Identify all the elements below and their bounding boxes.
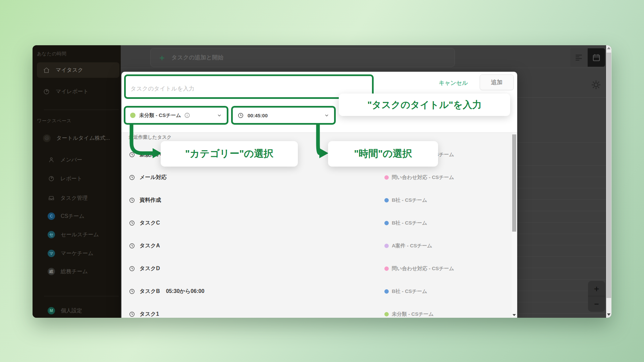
category-color-dot — [384, 289, 389, 294]
category-color-dot — [384, 312, 389, 316]
add-task-input[interactable]: ＋ タスクの追加と開始 — [150, 48, 455, 67]
sidebar-item-team-cs[interactable]: C CSチーム — [37, 209, 119, 223]
task-name: メール対応 — [140, 174, 167, 181]
task-category: B社 - CSチーム — [384, 288, 427, 295]
scrollbar-thumb[interactable] — [512, 134, 516, 232]
scroll-up-arrow-icon[interactable] — [607, 47, 610, 49]
task-row[interactable]: 資料作成 B社 - CSチーム — [121, 195, 517, 205]
sidebar-item-label: マイレポート — [56, 88, 89, 95]
zoom-out-button[interactable]: − — [588, 296, 605, 312]
task-name: タスクB — [140, 288, 160, 295]
modal-scrollbar[interactable] — [512, 133, 517, 318]
sidebar-item-label: 個人設定 — [61, 307, 82, 314]
category-color-dot — [384, 198, 389, 202]
clock-icon — [129, 288, 135, 295]
chevron-down-icon — [324, 113, 329, 118]
clock-icon — [129, 220, 135, 226]
task-name: タスク1 — [140, 311, 159, 318]
sidebar-item-team-marketing[interactable]: マ マーケチーム — [37, 246, 119, 260]
inbox-icon — [48, 195, 55, 201]
sidebar-item-my-tasks[interactable]: マイタスク — [37, 62, 119, 78]
task-category: A案件 - CSチーム — [384, 243, 432, 249]
task-row[interactable]: タスク1 未分類 - CSチーム — [121, 309, 517, 318]
chevron-down-icon — [217, 113, 222, 118]
list-view-button[interactable] — [570, 48, 588, 67]
sidebar-item-reports[interactable]: レポート — [37, 172, 119, 186]
scroll-down-arrow-icon[interactable] — [513, 314, 516, 316]
sidebar-item-my-reports[interactable]: マイレポート — [37, 84, 119, 99]
task-row[interactable]: タスクC B社 - CSチーム — [121, 218, 517, 228]
team-badge: 総 — [48, 268, 55, 275]
annotation-category-note: "カテゴリー"の選択 — [161, 141, 298, 167]
pie-chart-icon — [48, 175, 55, 182]
add-task-label: タスクの追加と開始 — [171, 54, 223, 61]
task-title-input-annotated — [124, 74, 374, 99]
clock-icon — [129, 311, 135, 317]
person-icon — [48, 157, 55, 163]
task-category: B社 - CSチーム — [384, 220, 427, 226]
task-name: タスクD — [140, 265, 160, 272]
time-value: 00:45:00 — [248, 113, 268, 118]
clock-icon — [129, 174, 135, 181]
category-select[interactable]: 未分類 - CSチーム — [124, 106, 228, 125]
cancel-button[interactable]: キャンセル — [439, 79, 468, 87]
app-window: あなたの時間 マイタスク マイレポート ワークスペース 😆 タートルタイム株式.… — [33, 45, 611, 318]
sidebar-item-team-general[interactable]: 総 総務チーム — [37, 264, 119, 279]
category-color-dot — [384, 266, 389, 271]
window-scrollbar[interactable] — [606, 45, 611, 318]
annotation-title-note: "タスクのタイトル"を入力 — [339, 94, 510, 116]
user-badge: M — [48, 307, 55, 314]
task-row[interactable]: メール対応 問い合わせ対応 - CSチーム — [121, 172, 517, 182]
sidebar-item-task-management[interactable]: タスク管理 — [37, 191, 119, 205]
sidebar-divider — [44, 296, 119, 296]
scroll-down-arrow-icon[interactable] — [607, 313, 610, 316]
task-title-input[interactable] — [126, 76, 372, 97]
toolbar-divider — [121, 68, 606, 68]
sidebar-item-label: 総務チーム — [61, 268, 88, 275]
sidebar-item-team-sales[interactable]: セ セールスチーム — [37, 228, 119, 242]
category-value: 未分類 - CSチーム — [139, 112, 181, 119]
task-row[interactable]: タスクA A案件 - CSチーム — [121, 241, 517, 251]
sidebar-item-label: セールスチーム — [61, 231, 99, 238]
clock-icon — [237, 112, 244, 119]
home-icon — [43, 67, 50, 74]
category-color-dot — [130, 113, 136, 118]
clock-icon — [129, 243, 135, 249]
category-color-dot — [384, 244, 389, 248]
add-button[interactable]: 追加 — [480, 74, 514, 90]
workspace-name: タートルタイム株式... — [56, 135, 110, 142]
sidebar-item-label: タスク管理 — [60, 195, 88, 202]
task-row[interactable]: タスクB 05:30から06:00 B社 - CSチーム — [121, 286, 517, 296]
gear-icon[interactable] — [590, 79, 602, 90]
info-icon[interactable] — [184, 112, 190, 118]
calendar-view-button[interactable] — [588, 48, 605, 67]
zoom-controls: ＋ − — [588, 281, 605, 312]
zoom-in-button[interactable]: ＋ — [588, 281, 605, 296]
team-badge: C — [48, 213, 55, 220]
sidebar-item-label: マイタスク — [56, 67, 83, 74]
sidebar-item-label: レポート — [60, 175, 82, 182]
sidebar-item-label: CSチーム — [61, 213, 85, 220]
clock-icon — [129, 265, 135, 272]
sidebar-item-personal-settings[interactable]: M 個人設定 — [37, 304, 119, 318]
task-category: B社 - CSチーム — [384, 197, 427, 203]
task-category: 問い合わせ対応 - CSチーム — [384, 265, 454, 272]
list-view-icon — [575, 53, 583, 62]
plus-icon: ＋ — [158, 54, 166, 62]
sidebar-item-workspace[interactable]: 😆 タートルタイム株式... — [37, 130, 119, 146]
clock-icon — [129, 197, 135, 203]
task-row[interactable]: タスクD 問い合わせ対応 - CSチーム — [121, 263, 517, 274]
view-toggle — [570, 48, 605, 67]
time-select[interactable]: 00:45:00 — [231, 106, 336, 125]
workspace-avatar: 😆 — [43, 134, 51, 142]
task-name: 資料作成 — [140, 197, 161, 204]
clock-icon — [129, 152, 135, 158]
task-name: タスクC — [140, 220, 160, 227]
task-category: 未分類 - CSチーム — [384, 311, 434, 317]
scrollbar-thumb[interactable] — [606, 53, 611, 298]
sidebar-section-your-time: あなたの時間 — [37, 51, 66, 57]
sidebar-item-members[interactable]: メンバー — [37, 153, 119, 167]
sidebar-section-workspace: ワークスペース — [37, 118, 71, 124]
pie-chart-icon — [43, 88, 50, 95]
recent-tasks-header: 最近作業したタスク — [129, 134, 172, 140]
